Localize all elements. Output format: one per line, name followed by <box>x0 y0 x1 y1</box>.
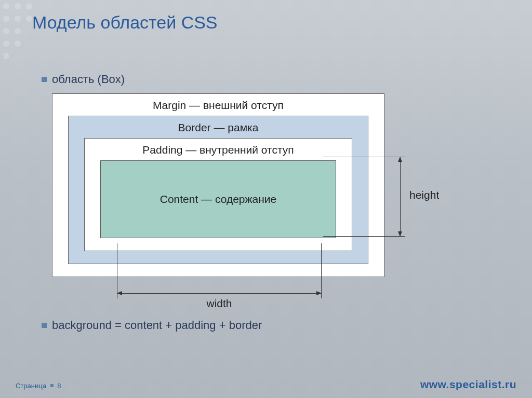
footer-page-number: 8 <box>57 382 61 390</box>
padding-label: Padding — внутренний отступ <box>100 142 336 160</box>
bullet-text: область (Box) <box>52 73 125 86</box>
footer-site: www.specialist.ru <box>420 378 516 391</box>
margin-layer: Margin — внешний отступ Border — рамка P… <box>52 93 384 277</box>
border-layer: Border — рамка Padding — внутренний отст… <box>68 116 368 264</box>
height-dimension: height <box>395 157 457 237</box>
height-label: height <box>409 189 439 201</box>
padding-layer: Padding — внутренний отступ Content — со… <box>84 138 352 251</box>
box-model-diagram: Margin — внешний отступ Border — рамка P… <box>52 93 384 277</box>
bullet-background-eq: background = content + padding + border <box>42 319 262 332</box>
footer-page: Страница 8 <box>16 382 61 390</box>
bullet-icon <box>42 323 47 328</box>
content-layer: Content — содержание <box>100 160 336 238</box>
content-label: Content — содержание <box>160 193 277 205</box>
width-label: width <box>117 297 322 310</box>
bullet-text: background = content + padding + border <box>52 319 262 332</box>
bullet-icon <box>42 77 47 82</box>
footer-page-word: Страница <box>16 382 46 390</box>
border-label: Border — рамка <box>84 119 352 138</box>
width-dimension: width <box>117 288 322 309</box>
slide-title: Модель областей CSS <box>32 12 218 33</box>
margin-label: Margin — внешний отступ <box>68 97 368 116</box>
footer-separator-icon <box>50 384 54 387</box>
bullet-box-region: область (Box) <box>42 73 125 86</box>
